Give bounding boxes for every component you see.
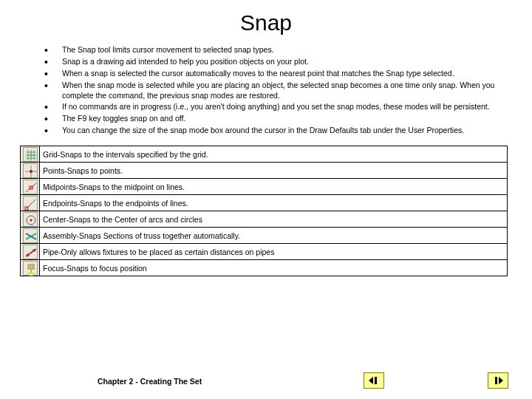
snap-icon-cell	[21, 179, 40, 195]
svg-rect-24	[375, 377, 377, 384]
snap-desc: Midpoints-Snaps to the midpoint on lines…	[40, 179, 508, 195]
bullet-text: When the snap mode is selected while you…	[62, 80, 510, 100]
pipe-icon[interactable]	[23, 245, 38, 259]
grid-icon[interactable]	[23, 147, 38, 162]
prev-arrow-icon	[367, 375, 381, 386]
snap-icon-cell	[21, 244, 40, 260]
center-icon[interactable]	[23, 212, 38, 227]
bullet-dot: •	[44, 68, 62, 79]
next-arrow-icon	[491, 375, 505, 386]
svg-marker-23	[369, 377, 373, 384]
bullet-text: If no commands are in progress (i.e., yo…	[62, 101, 510, 112]
bullet-text: Snap is a drawing aid intended to help y…	[62, 56, 510, 67]
svg-marker-25	[499, 377, 503, 384]
bullet-text: When a snap is selected the cursor autom…	[62, 68, 510, 79]
bullet-dot: •	[44, 101, 62, 112]
table-row: Grid-Snaps to the intervals specified by…	[21, 146, 508, 163]
svg-rect-26	[495, 377, 497, 384]
table-row: Points-Snaps to points.	[21, 163, 508, 179]
table-row: Pipe-Only allows fixtures to be placed a…	[21, 244, 508, 260]
svg-point-14	[30, 219, 32, 221]
prev-button[interactable]	[364, 372, 384, 389]
snap-desc: Grid-Snaps to the intervals specified by…	[40, 146, 508, 163]
svg-line-9	[26, 183, 36, 192]
snap-desc: Assembly-Snaps Sections of truss togethe…	[40, 228, 508, 244]
page-title: Snap	[0, 0, 532, 41]
table-row: Center-Snaps to the Center of arcs and c…	[21, 211, 508, 228]
svg-point-19	[33, 249, 35, 252]
bullet-dot: •	[44, 80, 62, 100]
midpoint-icon[interactable]	[23, 180, 38, 194]
snap-desc: Points-Snaps to points.	[40, 163, 508, 179]
bullet-text: The F9 key toggles snap on and off.	[62, 113, 510, 124]
bullet-dot: •	[44, 44, 62, 55]
snap-desc: Pipe-Only allows fixtures to be placed a…	[40, 244, 508, 260]
bullet-dot: •	[44, 113, 62, 124]
snap-icon-cell	[21, 211, 40, 228]
endpoint-icon[interactable]	[23, 196, 38, 211]
bullet-item: •The F9 key toggles snap on and off.	[44, 113, 510, 124]
bullet-text: The Snap tool limits cursor movement to …	[62, 44, 510, 55]
bullet-text: You can change the size of the snap mode…	[62, 125, 510, 136]
snap-icon-cell	[21, 195, 40, 211]
snap-icon-cell	[21, 260, 40, 276]
table-row: Endpoints-Snaps to the endpoints of line…	[21, 195, 508, 211]
bullet-dot: •	[44, 56, 62, 67]
snap-icon-cell	[21, 146, 40, 163]
bullet-item: •Snap is a drawing aid intended to help …	[44, 56, 510, 67]
bullet-item: •When the snap mode is selected while yo…	[44, 80, 510, 100]
snap-desc: Center-Snaps to the Center of arcs and c…	[40, 211, 508, 228]
bullet-list: •The Snap tool limits cursor movement to…	[0, 41, 532, 141]
svg-point-18	[27, 253, 30, 256]
bullet-item: •If no commands are in progress (i.e., y…	[44, 101, 510, 112]
snap-desc: Endpoints-Snaps to the endpoints of line…	[40, 195, 508, 211]
svg-point-22	[27, 273, 35, 276]
svg-rect-20	[28, 265, 34, 269]
table-row: Midpoints-Snaps to the midpoint on lines…	[21, 179, 508, 195]
table-row: Assembly-Snaps Sections of truss togethe…	[21, 228, 508, 244]
table-row: Focus-Snaps to focus position	[21, 260, 508, 276]
bullet-item: •When a snap is selected the cursor auto…	[44, 68, 510, 79]
focus-icon[interactable]	[23, 261, 38, 276]
snap-icon-cell	[21, 163, 40, 179]
bullet-dot: •	[44, 125, 62, 136]
snap-desc: Focus-Snaps to focus position	[40, 260, 508, 276]
bullet-item: •The Snap tool limits cursor movement to…	[44, 44, 510, 55]
assembly-icon[interactable]	[23, 228, 38, 243]
next-button[interactable]	[488, 372, 508, 389]
bullet-item: •You can change the size of the snap mod…	[44, 125, 510, 136]
points-icon[interactable]	[23, 163, 38, 178]
svg-point-8	[30, 170, 33, 173]
snap-icon-cell	[21, 228, 40, 244]
footer-text: Chapter 2 - Creating The Set	[98, 377, 202, 386]
snap-mode-table: Grid-Snaps to the intervals specified by…	[20, 146, 508, 276]
